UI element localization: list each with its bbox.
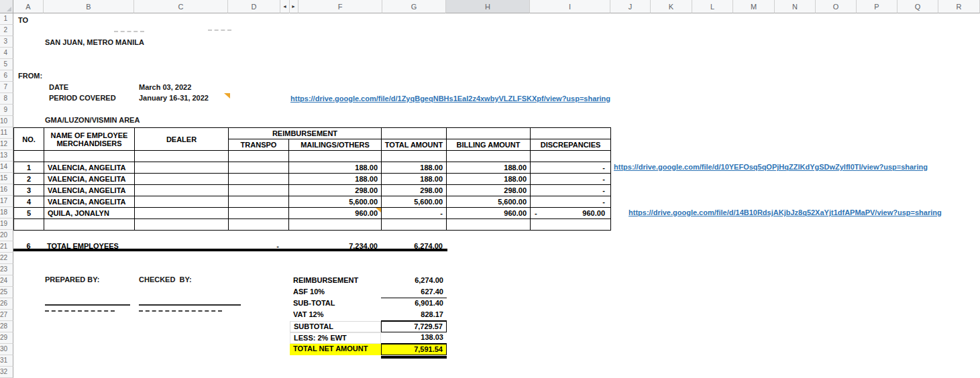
empty-cell[interactable] <box>382 128 447 139</box>
summary-label[interactable]: VAT 12% <box>290 310 381 321</box>
row-header[interactable]: 19 <box>0 218 13 230</box>
checked-by-label[interactable]: CHECKED BY: <box>139 275 192 284</box>
row-header[interactable]: 23 <box>0 264 13 275</box>
column-header-n[interactable]: N <box>775 0 816 13</box>
summary-label[interactable]: SUB-TOTAL <box>290 298 381 310</box>
column-header-g[interactable]: G <box>382 0 446 13</box>
row-header[interactable]: 31 <box>0 355 13 367</box>
column-header-m[interactable]: M <box>733 0 775 13</box>
row-header[interactable]: 10 <box>0 116 13 127</box>
summary-value[interactable]: 7,591.54 <box>381 344 447 355</box>
cell-transpo[interactable] <box>229 162 289 174</box>
row-header[interactable]: 12 <box>0 139 13 150</box>
empty-cell[interactable] <box>531 128 611 139</box>
column-header-k[interactable]: K <box>651 0 692 13</box>
empty-cell[interactable] <box>531 219 611 231</box>
row-header[interactable]: 24 <box>0 275 13 287</box>
header-total-amount[interactable]: TOTAL AMOUNT <box>382 139 447 151</box>
cell-employee-name[interactable]: VALENCIA, ANGELITA <box>44 162 135 174</box>
pane-arrow-right-icon[interactable]: ► <box>291 4 296 9</box>
empty-cell[interactable] <box>447 151 531 162</box>
empty-cell[interactable] <box>530 240 610 251</box>
row-header[interactable]: 22 <box>0 253 13 264</box>
column-header-d[interactable]: D <box>228 0 280 13</box>
cell-mailings[interactable]: 188.00 <box>289 174 382 185</box>
empty-cell[interactable] <box>289 151 382 162</box>
column-header-o[interactable]: O <box>816 0 857 13</box>
cell-dealer[interactable] <box>135 208 229 219</box>
empty-cell[interactable] <box>14 151 44 162</box>
header-no[interactable]: NO. <box>14 128 44 151</box>
cell-employee-name[interactable]: VALENCIA, ANGELITA <box>44 174 135 185</box>
row-header[interactable]: 13 <box>0 150 13 162</box>
cell-total-amount[interactable]: - <box>382 208 447 219</box>
empty-cell[interactable] <box>44 219 135 231</box>
row5-drive-link[interactable]: https://drive.google.com/file/d/14B10Rds… <box>629 208 942 217</box>
row-header[interactable]: 18 <box>0 207 13 218</box>
summary-value[interactable]: 627.40 <box>381 287 447 298</box>
cell-billing-amount[interactable]: 188.00 <box>447 162 531 174</box>
cell-discrepancies[interactable]: - <box>531 162 611 174</box>
row-header[interactable]: 9 <box>0 105 13 116</box>
cell-total-amount[interactable]: 298.00 <box>382 185 447 196</box>
cell-mailings[interactable]: 5,600.00 <box>289 196 382 208</box>
row-header[interactable]: 16 <box>0 184 13 196</box>
empty-cell[interactable] <box>447 128 531 139</box>
cell-transpo[interactable] <box>229 208 289 219</box>
header-billing-amount[interactable]: BILLING AMOUNT <box>447 139 531 151</box>
row-header[interactable]: 6 <box>0 70 13 82</box>
row-header[interactable]: 2 <box>0 25 13 36</box>
cell-date-value[interactable]: March 03, 2022 <box>139 83 191 92</box>
row-header[interactable]: 17 <box>0 196 13 207</box>
pane-arrow-left-icon[interactable]: ◄ <box>282 4 287 9</box>
column-header-f[interactable]: F <box>298 0 382 13</box>
cell-billing-amount[interactable]: 188.00 <box>447 174 531 185</box>
empty-cell[interactable] <box>446 240 530 251</box>
cell-address[interactable]: SAN JUAN, METRO MANILA <box>45 38 144 47</box>
column-header-l[interactable]: L <box>692 0 733 13</box>
cell-row-no[interactable]: 4 <box>14 196 44 208</box>
period-drive-link[interactable]: https://drive.google.com/file/d/1ZyqBgeq… <box>290 94 610 103</box>
cell-to-label[interactable]: TO <box>18 16 28 25</box>
header-mailings[interactable]: MAILINGS/OTHERS <box>289 139 382 151</box>
cell-billing-amount[interactable]: 298.00 <box>447 185 531 196</box>
cell-from-label[interactable]: FROM: <box>18 72 42 80</box>
empty-cell[interactable] <box>382 151 447 162</box>
cell-billing-amount[interactable]: 5,600.00 <box>447 196 531 208</box>
row-header[interactable]: 14 <box>0 162 13 173</box>
empty-cell[interactable] <box>289 219 382 231</box>
header-discrepancies[interactable]: DISCREPANCIES <box>531 139 611 151</box>
cell-transpo[interactable] <box>229 185 289 196</box>
column-header-i[interactable]: I <box>530 0 610 13</box>
row-header[interactable]: 25 <box>0 287 13 298</box>
empty-cell[interactable] <box>44 151 135 162</box>
cell-date-label[interactable]: DATE <box>49 83 68 92</box>
empty-cell[interactable] <box>135 151 229 162</box>
column-header-j[interactable]: J <box>610 0 651 13</box>
summary-label[interactable]: ASF 10% <box>290 287 381 298</box>
row-header[interactable]: 27 <box>0 310 13 321</box>
column-header-a[interactable]: A <box>13 0 44 13</box>
empty-cell[interactable] <box>531 151 611 162</box>
cell-discrepancies[interactable]: - <box>531 185 611 196</box>
cell-dealer[interactable] <box>135 174 229 185</box>
row-header[interactable]: 4 <box>0 48 13 59</box>
empty-cell[interactable] <box>135 219 229 231</box>
column-header-r[interactable]: R <box>938 0 980 13</box>
row-header[interactable]: 30 <box>0 344 13 355</box>
cell-employee-name[interactable]: VALENCIA, ANGELITA <box>44 185 135 196</box>
header-dealer[interactable]: DEALER <box>135 128 229 151</box>
empty-cell[interactable] <box>447 219 531 231</box>
cell-mailings[interactable]: 298.00 <box>289 185 382 196</box>
row-header[interactable]: 29 <box>0 332 13 344</box>
summary-value[interactable]: 7,729.57 <box>381 321 447 332</box>
cell-discrepancies[interactable]: -960.00 <box>531 208 611 219</box>
cell-dealer[interactable] <box>135 185 229 196</box>
header-transpo[interactable]: TRANSPO <box>229 139 289 151</box>
row-header[interactable]: 26 <box>0 298 13 310</box>
row-header[interactable]: 21 <box>0 241 13 253</box>
cell-dealer[interactable] <box>135 196 229 208</box>
summary-value[interactable]: 6,901.40 <box>381 298 447 310</box>
cell-discrepancies[interactable]: - <box>531 196 611 208</box>
pane-split-arrows[interactable]: ◄ ► <box>280 0 298 13</box>
